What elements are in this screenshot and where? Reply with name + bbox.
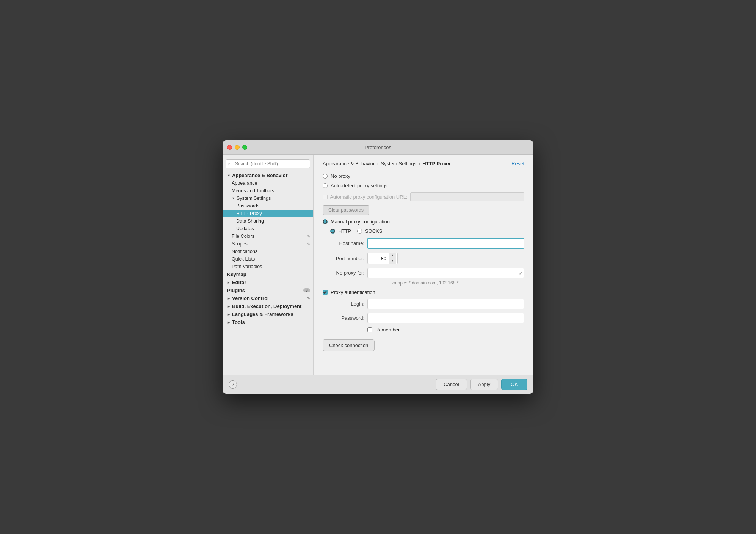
edit-icon: ✎ (307, 296, 310, 300)
sidebar-item-appearance[interactable]: Appearance (223, 179, 313, 187)
sidebar-item-data-sharing[interactable]: Data Sharing (223, 217, 313, 225)
sidebar-item-notifications[interactable]: Notifications (223, 248, 313, 255)
search-bar[interactable]: ⌕ (226, 159, 310, 168)
breadcrumb-part1: Appearance & Behavior (323, 161, 375, 166)
sidebar-item-label: File Colors (232, 234, 254, 239)
port-increment-button[interactable]: ▲ (389, 253, 396, 258)
sidebar-item-label: Data Sharing (236, 218, 264, 224)
preferences-window: Preferences ⌕ ▼ Appearance & Behavior Ap… (223, 140, 533, 394)
sidebar-item-label: Build, Execution, Deployment (232, 303, 301, 309)
no-proxy-for-input[interactable] (367, 268, 524, 278)
sidebar-item-label: Appearance (232, 181, 257, 186)
check-connection-button[interactable]: Check connection (323, 339, 375, 351)
maximize-button[interactable] (242, 145, 247, 150)
password-row: Password: (323, 313, 524, 323)
reset-button[interactable]: Reset (511, 161, 524, 166)
sidebar-item-label: System Settings (237, 196, 271, 201)
manual-proxy-section: Manual proxy configuration HTTP SOCKS (323, 219, 524, 351)
help-button[interactable]: ? (229, 380, 237, 389)
sidebar-item-label: Scopes (232, 241, 248, 247)
proxy-auth-checkbox[interactable] (323, 290, 328, 295)
sidebar-item-languages-frameworks[interactable]: ► Languages & Frameworks (223, 310, 313, 318)
triangle-icon: ► (227, 313, 231, 316)
ok-button[interactable]: OK (501, 379, 527, 390)
example-text: Example: *.domain.com, 192.168.* (323, 280, 524, 286)
sidebar: ⌕ ▼ Appearance & Behavior Appearance Men… (223, 155, 314, 375)
port-stepper: ▲ ▼ (389, 253, 396, 264)
host-name-input[interactable] (367, 238, 524, 249)
socks-label: SOCKS (365, 228, 383, 234)
sidebar-item-quick-lists[interactable]: Quick Lists (223, 255, 313, 263)
sidebar-item-editor[interactable]: ► Editor (223, 278, 313, 286)
no-proxy-for-row: No proxy for: ⤢ (323, 268, 524, 278)
remember-row: Remember (323, 327, 524, 333)
http-radio-row: HTTP (330, 228, 351, 234)
port-number-label: Port number: (323, 256, 364, 261)
sidebar-item-label: Tools (232, 319, 245, 325)
traffic-lights (227, 145, 247, 150)
expand-icon: ⤢ (519, 271, 522, 275)
manual-proxy-radio[interactable] (323, 219, 328, 224)
auto-config-checkbox (323, 195, 328, 199)
plugins-badge: 3 (303, 288, 310, 292)
sidebar-item-scopes[interactable]: Scopes ✎ (223, 240, 313, 248)
remember-checkbox[interactable] (367, 327, 372, 332)
remember-checkbox-row: Remember (367, 327, 400, 333)
apply-button[interactable]: Apply (470, 379, 499, 390)
auto-config-row: Automatic proxy configuration URL: (323, 192, 524, 201)
breadcrumb-current: HTTP Proxy (422, 161, 450, 166)
clear-passwords-button[interactable]: Clear passwords (323, 205, 369, 215)
no-proxy-radio[interactable] (323, 174, 328, 179)
cancel-button[interactable]: Cancel (436, 379, 467, 390)
auto-config-input[interactable] (410, 192, 524, 201)
search-icon: ⌕ (228, 162, 231, 166)
sidebar-item-label: Path Variables (232, 264, 262, 269)
sidebar-item-plugins[interactable]: Plugins 3 (223, 286, 313, 294)
sidebar-item-keymap[interactable]: Keymap (223, 270, 313, 278)
proxy-form: No proxy Auto-detect proxy settings Auto… (323, 173, 524, 351)
main-content: ⌕ ▼ Appearance & Behavior Appearance Men… (223, 155, 533, 375)
proxy-auth-label: Proxy authentication (331, 289, 375, 295)
triangle-icon: ▼ (227, 174, 231, 177)
login-input[interactable] (367, 299, 524, 309)
port-input[interactable]: 80 (368, 254, 389, 263)
port-decrement-button[interactable]: ▼ (389, 258, 396, 264)
breadcrumb-arrow2: › (419, 161, 420, 166)
sidebar-item-http-proxy[interactable]: HTTP Proxy (223, 210, 313, 217)
http-radio[interactable] (330, 229, 335, 234)
sidebar-item-system-settings[interactable]: ▼ System Settings (223, 195, 313, 202)
minimize-button[interactable] (235, 145, 240, 150)
sidebar-item-label: Keymap (227, 272, 246, 277)
sidebar-item-label: Menus and Toolbars (232, 188, 274, 193)
password-input[interactable] (367, 313, 524, 323)
no-proxy-for-label: No proxy for: (323, 270, 364, 276)
close-button[interactable] (227, 145, 232, 150)
sidebar-item-label: Passwords (236, 203, 259, 209)
proxy-auth-row: Proxy authentication (323, 289, 524, 295)
auto-detect-radio[interactable] (323, 183, 328, 188)
sidebar-item-menus-toolbars[interactable]: Menus and Toolbars (223, 187, 313, 195)
window-title: Preferences (365, 144, 391, 150)
breadcrumb: Appearance & Behavior › System Settings … (323, 161, 524, 166)
sidebar-item-label: Appearance & Behavior (232, 173, 288, 178)
auto-config-label: Automatic proxy configuration URL: (323, 194, 407, 200)
sidebar-item-tools[interactable]: ► Tools (223, 318, 313, 326)
sidebar-item-label: HTTP Proxy (236, 211, 262, 216)
sidebar-item-build-execution[interactable]: ► Build, Execution, Deployment (223, 302, 313, 310)
bottom-buttons: Cancel Apply OK (436, 379, 527, 390)
login-label: Login: (323, 301, 364, 307)
triangle-icon: ► (227, 305, 231, 308)
sidebar-item-version-control[interactable]: ► Version Control ✎ (223, 294, 313, 302)
sidebar-item-appearance-behavior[interactable]: ▼ Appearance & Behavior (223, 171, 313, 179)
sidebar-item-label: Quick Lists (232, 256, 255, 262)
bottom-bar: ? Cancel Apply OK (223, 375, 533, 394)
titlebar: Preferences (223, 140, 533, 155)
sidebar-item-passwords[interactable]: Passwords (223, 202, 313, 210)
sidebar-item-file-colors[interactable]: File Colors ✎ (223, 232, 313, 240)
sidebar-item-updates[interactable]: Updates (223, 225, 313, 232)
search-input[interactable] (226, 159, 310, 168)
socks-radio[interactable] (357, 229, 362, 234)
manual-proxy-header: Manual proxy configuration (323, 219, 524, 225)
sidebar-item-path-variables[interactable]: Path Variables (223, 263, 313, 270)
http-socks-row: HTTP SOCKS (330, 228, 524, 234)
